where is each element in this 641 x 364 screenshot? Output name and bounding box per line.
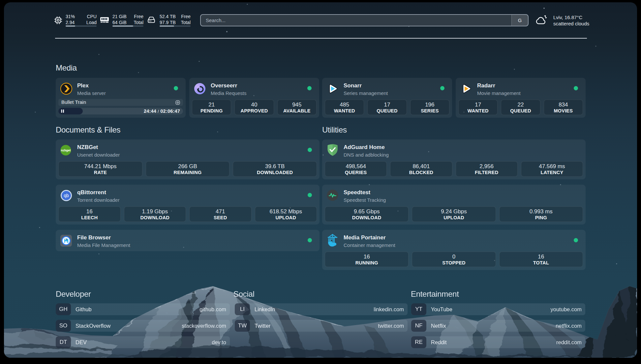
svg-text:qb: qb xyxy=(64,193,69,198)
svg-text:nzbget: nzbget xyxy=(61,149,71,152)
